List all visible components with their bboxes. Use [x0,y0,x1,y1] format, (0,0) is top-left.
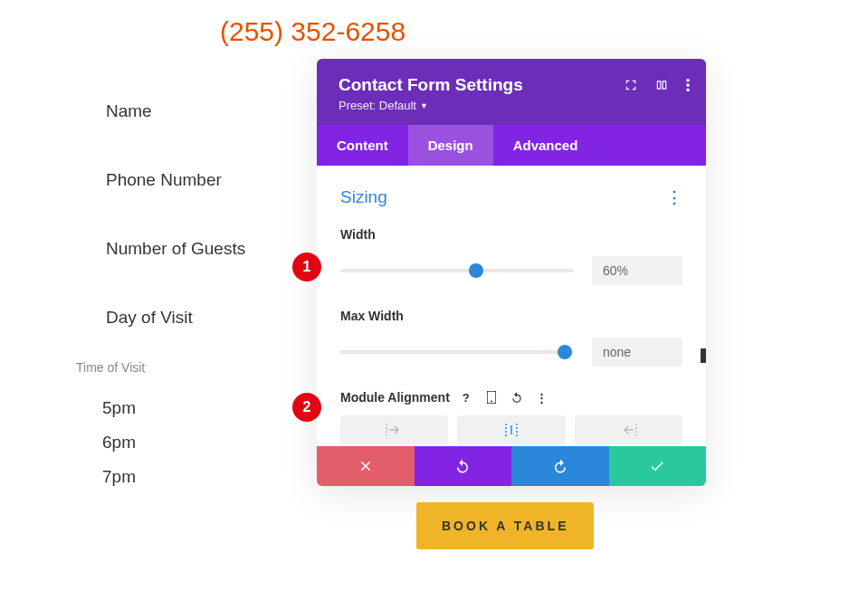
phone-number: (255) 352-6258 [220,16,405,47]
align-right-button[interactable] [575,415,682,444]
help-icon[interactable]: ? [459,390,473,405]
panel-sizing: Sizing ⋮ Width 60% Max Width none [317,166,706,477]
annotation-badge-1: 1 [292,253,321,281]
undo-button[interactable] [415,446,512,486]
time-option[interactable]: 7pm [102,467,136,487]
control-alignment: Module Alignment ? ⋮ [340,390,682,444]
max-width-label: Max Width [340,309,682,323]
field-label-guests[interactable]: Number of Guests [106,239,245,259]
annotation-badge-2: 2 [292,393,321,422]
svg-point-4 [491,401,492,403]
slider-thumb[interactable] [469,263,483,278]
time-option[interactable]: 5pm [102,398,136,418]
section-label-time: Time of Visit [76,360,145,375]
preset-label: Preset: Default [339,99,416,112]
columns-icon[interactable] [655,79,668,95]
width-value-input[interactable]: 60% [592,256,682,285]
kebab-menu-icon[interactable] [686,79,690,95]
options-kebab-icon[interactable]: ⋮ [535,390,549,405]
control-max-width: Max Width none [340,309,682,367]
tab-content[interactable]: Content [317,125,408,166]
slider-thumb[interactable] [558,345,572,359]
redo-button[interactable] [511,446,609,486]
tab-advanced[interactable]: Advanced [493,125,598,166]
panel-menu-icon[interactable]: ⋮ [666,187,682,207]
book-table-button[interactable]: BOOK A TABLE [416,502,594,549]
width-label: Width [340,227,682,242]
tab-design[interactable]: Design [408,125,493,166]
max-width-value-input[interactable]: none [592,338,682,367]
preset-dropdown[interactable]: Preset: Default ▼ [339,99,684,112]
time-option[interactable]: 6pm [102,433,136,453]
resize-handle[interactable] [701,348,706,363]
control-width: Width 60% [340,227,682,285]
width-slider[interactable] [340,269,574,272]
panel-title[interactable]: Sizing [340,187,387,207]
field-label-day[interactable]: Day of Visit [106,308,193,328]
align-left-button[interactable] [340,415,448,444]
settings-modal: Contact Form Settings Preset: Default ▼ … [317,59,706,486]
align-center-button[interactable] [457,415,565,444]
max-width-slider[interactable] [340,350,574,354]
alignment-label: Module Alignment [340,390,450,405]
modal-footer [317,446,706,486]
cancel-button[interactable] [317,446,415,486]
svg-point-0 [686,79,690,82]
field-label-phone[interactable]: Phone Number [106,170,222,190]
svg-point-2 [686,89,690,92]
svg-point-1 [686,83,690,87]
save-button[interactable] [609,446,707,486]
reset-icon[interactable] [510,390,524,405]
modal-header: Contact Form Settings Preset: Default ▼ [317,59,706,125]
field-label-name[interactable]: Name [106,101,152,121]
phone-icon[interactable] [484,390,499,405]
caret-down-icon: ▼ [420,101,428,110]
expand-icon[interactable] [625,79,637,95]
modal-tabs: Content Design Advanced [317,125,706,166]
